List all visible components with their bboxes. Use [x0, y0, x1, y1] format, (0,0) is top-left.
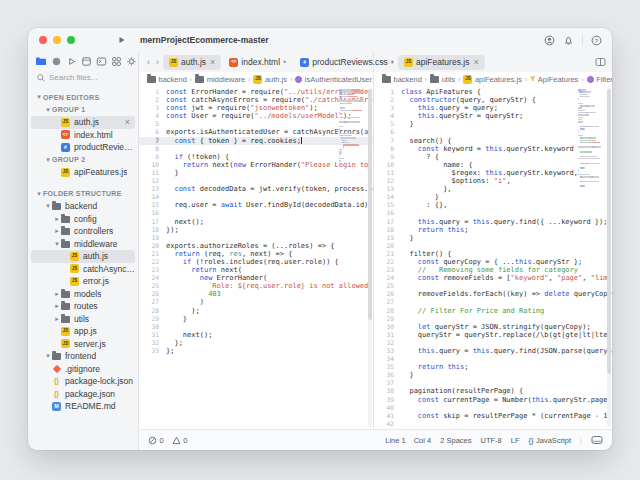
- language-indicator[interactable]: {} JavaScript: [529, 436, 572, 445]
- run-icon[interactable]: [118, 36, 126, 44]
- tree-item-error-js[interactable]: JSerror.js: [31, 275, 135, 288]
- nav-forward-icon[interactable]: ›: [389, 57, 396, 67]
- tree-item-controllers[interactable]: ▸controllers: [31, 225, 135, 238]
- tree-item-readme-md[interactable]: MREADME.md: [31, 400, 135, 413]
- tree-section-group-2[interactable]: ▾GROUP 2: [31, 154, 135, 167]
- minimize-window-button[interactable]: [53, 36, 61, 44]
- tree-item-auth-js[interactable]: JSauth.js: [31, 250, 135, 263]
- code-editor[interactable]: 1class ApiFeatures {2 constructor(query,…: [374, 86, 612, 429]
- chevron-right-icon[interactable]: ▸: [53, 227, 61, 235]
- settings-gear-icon[interactable]: [126, 56, 138, 67]
- chevron-right-icon[interactable]: ▸: [53, 315, 61, 323]
- close-window-button[interactable]: [39, 36, 47, 44]
- close-icon[interactable]: ×: [125, 118, 130, 127]
- chevron-down-icon[interactable]: ▾: [35, 190, 43, 198]
- zoom-window-button[interactable]: [67, 36, 75, 44]
- cursor-position[interactable]: Line 1 Col 4: [385, 436, 431, 445]
- notifications-icon[interactable]: [563, 35, 574, 46]
- breadcrumb-item-apifeatures[interactable]: YApiFeatures: [530, 75, 578, 84]
- breadcrumb-item-backend[interactable]: backend: [382, 75, 422, 84]
- chevron-right-icon[interactable]: ▸: [53, 290, 61, 298]
- breadcrumb-item-backend[interactable]: backend: [147, 75, 187, 84]
- tree-item-frontend[interactable]: ▾frontend: [31, 350, 135, 363]
- code-line-15: 15 req.user = await User.findById(decode…: [139, 201, 373, 209]
- tab-index-html[interactable]: <>index.html•: [223, 55, 292, 70]
- close-icon[interactable]: ×: [210, 57, 215, 67]
- tree-item-models[interactable]: ▸models: [31, 288, 135, 301]
- breadcrumb-item-utils[interactable]: utils: [430, 75, 455, 84]
- tree-item-config[interactable]: ▸config: [31, 213, 135, 226]
- minimap[interactable]: [578, 89, 604, 188]
- minimap-line: [578, 151, 604, 153]
- breadcrumb-item-filter[interactable]: Filter: [587, 75, 612, 84]
- tree-item-index-html[interactable]: <>index.html: [31, 129, 135, 142]
- breadcrumb-label: ApiFeatures: [538, 75, 578, 84]
- tree-item-routes[interactable]: ▸routes: [31, 300, 135, 313]
- tree-item-middleware[interactable]: ▾middleware: [31, 238, 135, 251]
- tree-item-catchasyncerrors[interactable]: JScatchAsyncErrors...: [31, 263, 135, 276]
- scrollbar-thumb[interactable]: [607, 89, 611, 374]
- tree-item-app-js[interactable]: JSapp.js: [31, 325, 135, 338]
- item-label: apiFeatures.js: [74, 167, 127, 177]
- chevron-down-icon[interactable]: ▾: [44, 156, 52, 164]
- breadcrumb-item-apifeatures-js[interactable]: JSapiFeatures.js: [463, 75, 522, 84]
- chevron-down-icon[interactable]: ▾: [44, 106, 52, 114]
- tree-item-productreviews-css[interactable]: #productReviews.css: [31, 141, 135, 154]
- code-editor[interactable]: 1const ErrorHander = require("../utils/e…: [139, 86, 373, 429]
- code-line-17: 17 this.query = this.query.find({ ...key…: [374, 218, 612, 226]
- eol-indicator[interactable]: LF: [511, 436, 520, 445]
- breadcrumb-item-auth-js[interactable]: JSauth.js: [253, 75, 287, 84]
- nav-back-icon[interactable]: ‹: [145, 57, 152, 67]
- tree-item-auth-js[interactable]: JSauth.js×: [31, 116, 135, 129]
- tree-section-group-1[interactable]: ▾GROUP 1: [31, 104, 135, 117]
- chevron-down-icon[interactable]: ▾: [53, 240, 61, 248]
- run-icon[interactable]: [65, 56, 77, 67]
- chevron-down-icon[interactable]: ▾: [44, 352, 52, 360]
- tree-section-folder-structure[interactable]: ▾FOLDER STRUCTURE: [31, 188, 135, 201]
- tree-item-utils[interactable]: ▸utils: [31, 313, 135, 326]
- chevron-right-icon[interactable]: ▸: [53, 215, 61, 223]
- scrollbar[interactable]: [368, 88, 372, 427]
- breadcrumb-item-middleware[interactable]: middleware: [195, 75, 245, 84]
- tree-item-apifeatures-js[interactable]: JSapiFeatures.js: [31, 166, 135, 179]
- tab-auth-js[interactable]: JSauth.js×: [163, 55, 221, 70]
- titlebar: mernProjectEcommerce-master ?: [28, 28, 612, 52]
- errors-count[interactable]: 0: [148, 436, 164, 445]
- terminal-icon[interactable]: [96, 56, 108, 67]
- minimap-line: [339, 153, 365, 155]
- warnings-count[interactable]: 0: [172, 436, 188, 445]
- help-icon[interactable]: ?: [591, 35, 602, 46]
- code-text: }: [166, 315, 187, 323]
- encoding-indicator[interactable]: UTF-8: [481, 436, 502, 445]
- tree-item-backend[interactable]: ▾backend: [31, 200, 135, 213]
- breadcrumb-item-isauthenticateduser[interactable]: isAuthenticatedUser: [295, 75, 372, 84]
- tree-item-package-lock-json[interactable]: {}package-lock.json: [31, 375, 135, 388]
- tree-item-server-js[interactable]: JSserver.js: [31, 338, 135, 351]
- tab-apifeatures-js[interactable]: JSapiFeatures.js×: [398, 55, 485, 70]
- nav-forward-icon[interactable]: ›: [154, 57, 161, 67]
- search-input[interactable]: Search files...: [28, 70, 138, 85]
- split-editor-icon[interactable]: [595, 57, 606, 67]
- tree-section-open-editors[interactable]: ▾OPEN EDITORS: [31, 91, 135, 104]
- breadcrumb-separator: ›: [190, 76, 192, 83]
- files-icon[interactable]: [35, 56, 47, 66]
- line-number: 5: [374, 120, 401, 128]
- tree-item-package-json[interactable]: {}package.json: [31, 388, 135, 401]
- run-status-icon[interactable]: [50, 56, 62, 67]
- item-label: GROUP 1: [52, 106, 85, 113]
- indent-indicator[interactable]: 2 Spaces: [440, 436, 471, 445]
- chevron-down-icon[interactable]: ▾: [44, 202, 52, 210]
- account-icon[interactable]: [544, 35, 555, 46]
- minimap[interactable]: [339, 89, 365, 165]
- windows-icon[interactable]: [111, 56, 123, 67]
- chevron-right-icon[interactable]: ▸: [53, 302, 61, 310]
- close-icon[interactable]: ×: [473, 57, 478, 67]
- scrollbar-thumb[interactable]: [368, 89, 372, 320]
- nav-back-icon[interactable]: ‹: [380, 57, 387, 67]
- tree-item-gitignore[interactable]: .gitignore: [31, 363, 135, 376]
- scrollbar[interactable]: [607, 88, 611, 427]
- panel-toggle-icon[interactable]: [591, 435, 603, 445]
- chevron-down-icon[interactable]: ▾: [35, 93, 43, 101]
- problems-summary[interactable]: 0 0: [148, 436, 187, 445]
- package-icon[interactable]: [80, 56, 92, 67]
